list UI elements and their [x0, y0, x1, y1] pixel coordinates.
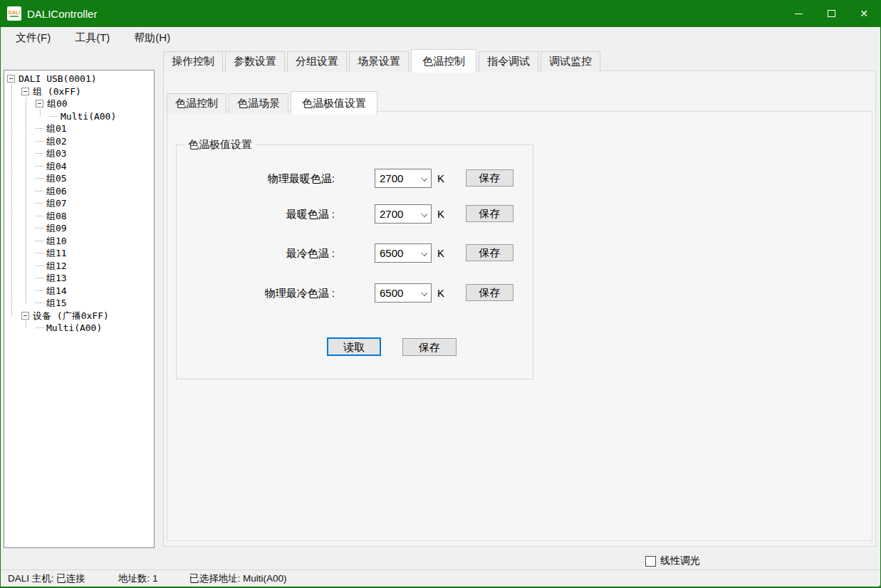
- unit-label: K: [437, 243, 444, 263]
- sub-tab-色温极值设置[interactable]: 色温极值设置: [291, 91, 377, 115]
- tree-connector-stub: [36, 153, 44, 154]
- tree-connector-stub: [36, 241, 44, 241]
- main-tab-strip: 操作控制参数设置分组设置场景设置色温控制指令调试调试监控: [163, 49, 600, 72]
- tree-item-Multi(A00)[interactable]: Multi(A00): [4, 110, 154, 123]
- tree-item-组15[interactable]: 组15: [4, 297, 154, 310]
- tree-connector-stub: [36, 253, 44, 253]
- tree-item-组09[interactable]: 组09: [4, 222, 154, 235]
- main-tab-分组设置[interactable]: 分组设置: [287, 51, 347, 72]
- tree-item-label: 组12: [46, 260, 67, 273]
- color-temp-combobox[interactable]: 2700: [375, 204, 432, 224]
- save-all-button[interactable]: 保存: [402, 338, 457, 356]
- tree-item-label: 组05: [46, 172, 67, 185]
- tree-connector-stub: [36, 327, 44, 328]
- tree-connector-stub: [36, 266, 44, 266]
- tree-item-组03[interactable]: 组03: [4, 147, 154, 160]
- tree-item-组04[interactable]: 组04: [4, 160, 154, 173]
- tree-item-组 (0xFF)[interactable]: 组 (0xFF): [4, 85, 154, 98]
- tree-item-组13[interactable]: 组13: [4, 272, 154, 285]
- color-temp-combobox[interactable]: 6500: [375, 283, 432, 303]
- tree-item-组07[interactable]: 组07: [4, 197, 154, 210]
- row-save-button[interactable]: 保存: [466, 284, 514, 301]
- maximize-button[interactable]: [815, 0, 848, 27]
- tree-item-label: 设备 (广播0xFF): [33, 310, 109, 322]
- tree-item-组05[interactable]: 组05: [4, 172, 154, 185]
- tree-item-组01[interactable]: 组01: [4, 122, 154, 135]
- tree-item-label: 组13: [46, 272, 67, 285]
- tree-item-label: DALI USB(0001): [19, 73, 97, 85]
- close-button[interactable]: ✕: [848, 0, 880, 27]
- main-tab-参数设置[interactable]: 参数设置: [225, 51, 285, 72]
- tree-item-Multi(A00)[interactable]: Multi(A00): [4, 322, 154, 335]
- row-save-button[interactable]: 保存: [466, 244, 514, 261]
- tree-item-label: 组11: [46, 247, 67, 260]
- chevron-down-icon: [421, 175, 427, 182]
- read-button[interactable]: 读取: [327, 337, 381, 356]
- tree-connector-stub: [36, 128, 44, 129]
- app-icon-text: DALI: [9, 10, 20, 15]
- tree-item-组14[interactable]: 组14: [4, 285, 154, 298]
- tree-connector-stub: [36, 141, 44, 142]
- tree-item-label: 组14: [46, 285, 67, 298]
- tree-item-label: 组06: [46, 185, 67, 198]
- tree-expander-icon[interactable]: [7, 75, 15, 83]
- row-save-button[interactable]: 保存: [466, 205, 514, 222]
- linear-dimming-option[interactable]: 线性调光: [645, 555, 700, 567]
- main-tab-操作控制[interactable]: 操作控制: [163, 51, 223, 72]
- form-row-label: 物理最暖色温:: [177, 169, 335, 188]
- tree-item-label: 组04: [46, 160, 67, 173]
- tree-item-label: 组02: [46, 135, 67, 148]
- tree-item-组12[interactable]: 组12: [4, 260, 154, 273]
- tree-connector-stub: [36, 228, 44, 229]
- tree-expander-icon[interactable]: [36, 100, 43, 107]
- menu-item-1[interactable]: 工具(T): [67, 28, 118, 48]
- color-temp-combobox[interactable]: 6500: [375, 243, 432, 263]
- menu-item-2[interactable]: 帮助(H): [126, 28, 178, 48]
- tree-item-组02[interactable]: 组02: [4, 135, 154, 148]
- tree-connector-stub: [36, 290, 44, 291]
- linear-dimming-checkbox[interactable]: [645, 556, 656, 567]
- tree-item-组11[interactable]: 组11: [4, 247, 154, 260]
- tree-item-label: 组08: [46, 210, 67, 223]
- tree-item-组08[interactable]: 组08: [4, 210, 154, 223]
- unit-label: K: [437, 204, 444, 224]
- device-tree: DALI USB(0001) 组 (0xFF) 组00 Multi(A00) 组…: [4, 70, 155, 548]
- title-bar: DALI DALIController ✕: [1, 0, 880, 27]
- linear-dimming-label: 线性调光: [660, 555, 700, 567]
- minimize-button[interactable]: [782, 0, 815, 27]
- tree-item-组10[interactable]: 组10: [4, 235, 154, 248]
- combobox-value: 6500: [380, 284, 403, 302]
- color-temp-combobox[interactable]: 2700: [375, 169, 432, 188]
- chevron-down-icon: [421, 250, 427, 256]
- unit-label: K: [437, 169, 444, 188]
- main-tab-指令调试[interactable]: 指令调试: [479, 51, 538, 72]
- tree-item-设备 (广播0xFF)[interactable]: 设备 (广播0xFF): [4, 310, 154, 322]
- tree-expander-icon[interactable]: [21, 88, 29, 95]
- close-icon: ✕: [860, 9, 868, 19]
- tree-item-DALI USB(0001)[interactable]: DALI USB(0001): [4, 73, 154, 85]
- unit-label: K: [437, 283, 444, 303]
- sub-tab-色温场景[interactable]: 色温场景: [229, 93, 288, 114]
- menu-item-0[interactable]: 文件(F): [8, 28, 58, 48]
- main-tab-调试监控[interactable]: 调试监控: [541, 51, 600, 72]
- resize-grip[interactable]: [876, 582, 877, 584]
- main-tab-场景设置[interactable]: 场景设置: [349, 51, 409, 72]
- tree-item-组00[interactable]: 组00: [4, 98, 154, 110]
- tree-item-label: Multi(A00): [46, 322, 102, 335]
- status-bar: DALI 主机: 已连接 地址数: 1 已选择地址: Multi(A00): [1, 569, 880, 587]
- chevron-down-icon: [421, 211, 427, 217]
- form-row-label: 物理最冷色温 :: [177, 283, 335, 303]
- tree-connector-stub: [36, 203, 44, 204]
- form-row-label: 最冷色温 :: [177, 243, 335, 263]
- color-temp-extremes-groupbox: 色温极值设置 物理最暖色温: 2700 K 保存 最暖色温 : 2700 K 保…: [176, 145, 533, 379]
- main-tab-色温控制[interactable]: 色温控制: [411, 49, 476, 73]
- sub-tab-色温控制[interactable]: 色温控制: [167, 93, 226, 114]
- tree-item-组06[interactable]: 组06: [4, 185, 154, 198]
- tree-expander-icon[interactable]: [21, 312, 29, 320]
- row-save-button[interactable]: 保存: [466, 169, 514, 187]
- form-row: 最暖色温 : 2700 K 保存: [177, 204, 533, 224]
- tree-connector-stub: [36, 303, 44, 303]
- tree-connector-stub: [36, 178, 44, 179]
- device-tree-inner: DALI USB(0001) 组 (0xFF) 组00 Multi(A00) 组…: [4, 70, 154, 335]
- app-window: DALI DALIController ✕ 文件(F)工具(T)帮助(H) DA…: [0, 0, 881, 588]
